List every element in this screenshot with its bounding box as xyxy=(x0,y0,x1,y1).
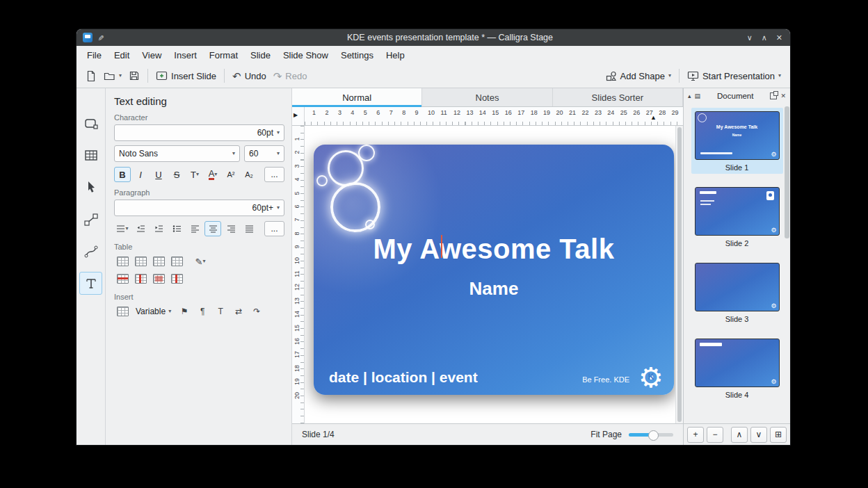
slide-page[interactable]: My Awesome Talk Name date | location | e… xyxy=(314,145,674,395)
tab-normal[interactable]: Normal xyxy=(292,88,422,106)
insert-slide-button[interactable]: Insert Slide xyxy=(152,68,220,84)
save-button[interactable] xyxy=(125,67,143,84)
connector-tool-button[interactable] xyxy=(79,208,102,231)
menu-item-slide[interactable]: Slide xyxy=(244,47,277,63)
align-left-button[interactable] xyxy=(186,221,203,236)
scrollbar-thumb[interactable] xyxy=(677,127,682,422)
add-shape-button[interactable]: Add Shape ▾ xyxy=(602,68,675,84)
slide-title-text[interactable]: My Awesome Talk xyxy=(314,234,674,265)
menu-item-view[interactable]: View xyxy=(136,47,168,63)
subscript-button[interactable]: A₂ xyxy=(241,167,257,182)
align-center-button[interactable] xyxy=(204,221,221,236)
float-docker-icon[interactable] xyxy=(770,92,777,99)
slide-thumbnail-4[interactable]: ⚙Slide 4 xyxy=(691,335,783,401)
align-right-button[interactable] xyxy=(223,221,239,236)
text-color-button[interactable]: A▾ xyxy=(204,167,221,182)
strikethrough-button[interactable]: S xyxy=(168,167,185,182)
zoom-slider-handle[interactable] xyxy=(648,430,659,441)
decrease-indent-button[interactable] xyxy=(132,221,149,236)
titlebar[interactable]: ✎ KDE events presentation template * — C… xyxy=(77,29,790,46)
character-style-combo[interactable]: 60pt ▾ xyxy=(114,124,284,141)
selection-tool-button[interactable] xyxy=(79,176,102,199)
menu-item-slide-show[interactable]: Slide Show xyxy=(277,47,335,63)
superscript-button[interactable]: A² xyxy=(223,167,239,182)
horizontal-ruler[interactable]: ▲ 12345678910111213141516171819202122232… xyxy=(305,107,683,125)
insert-text-button[interactable]: T xyxy=(212,304,229,319)
menu-item-edit[interactable]: Edit xyxy=(108,47,136,63)
vertical-ruler[interactable]: 1234567891011121314151617181920 xyxy=(292,126,305,423)
kde-logo-mini-icon: ⚙ xyxy=(771,226,776,235)
slide-footer-text[interactable]: date | location | event xyxy=(329,369,478,386)
table-tool-button[interactable] xyxy=(79,144,102,167)
paragraph-style-combo[interactable]: 60pt+ ▾ xyxy=(114,200,284,216)
zoom-mode-label[interactable]: Fit Page xyxy=(590,430,622,439)
view-mode-button[interactable]: ⊞ xyxy=(770,427,787,443)
slide-thumbnail-3[interactable]: ⚙Slide 3 xyxy=(691,259,783,325)
font-size-combo[interactable]: 60 ▾ xyxy=(244,145,284,162)
move-slide-down-button[interactable]: ∨ xyxy=(750,427,767,443)
insert-column-button[interactable] xyxy=(168,254,185,269)
character-style-value: 60pt xyxy=(257,128,273,138)
line-spacing-button[interactable]: ▾ xyxy=(114,221,131,236)
shape-tool-button[interactable] xyxy=(79,112,102,135)
character-more-button[interactable]: ... xyxy=(264,167,284,182)
menu-item-help[interactable]: Help xyxy=(380,47,411,63)
open-document-button[interactable]: ▾ xyxy=(100,68,125,84)
swap-direction-button[interactable]: ⇄ xyxy=(230,304,247,319)
text-style-button[interactable]: T▾ xyxy=(186,167,203,182)
open-recent-dropdown-icon[interactable]: ▾ xyxy=(119,73,122,79)
close-docker-icon[interactable]: ✕ xyxy=(780,93,786,99)
italic-button[interactable]: I xyxy=(132,167,149,182)
slide-thumbnail-1[interactable]: My Awesome TalkName⚙Slide 1 xyxy=(691,108,783,174)
remove-slide-button[interactable]: − xyxy=(707,427,723,443)
delete-row-button[interactable] xyxy=(114,271,131,286)
menu-item-settings[interactable]: Settings xyxy=(335,47,380,63)
canvas-vertical-scrollbar[interactable] xyxy=(675,126,683,423)
path-tool-button[interactable] xyxy=(79,240,102,263)
list-format-button[interactable] xyxy=(168,221,185,236)
redo-button[interactable]: ↷ Redo xyxy=(270,68,311,84)
minimize-button[interactable]: ∨ xyxy=(747,33,753,42)
zoom-slider[interactable] xyxy=(629,433,673,437)
paragraph-more-button[interactable]: ... xyxy=(264,221,284,236)
collapse-icon[interactable]: ▴ xyxy=(688,93,691,99)
menu-item-format[interactable]: Format xyxy=(203,47,244,63)
align-justify-button[interactable] xyxy=(241,221,257,236)
split-cells-button[interactable] xyxy=(168,271,185,286)
delete-column-button[interactable] xyxy=(132,271,149,286)
maximize-button[interactable]: ∧ xyxy=(762,33,767,42)
insert-variable-combo[interactable]: Variable ▾ xyxy=(132,304,175,319)
slide-thumbnail-2[interactable]: ⚙Slide 2 xyxy=(691,184,783,250)
text-tool-button[interactable] xyxy=(79,272,102,295)
font-size-value: 60 xyxy=(249,149,258,158)
kde-logo-mini-icon: ⚙ xyxy=(771,302,776,311)
increase-indent-button[interactable] xyxy=(150,221,167,236)
slide-canvas[interactable]: My Awesome Talk Name date | location | e… xyxy=(305,126,675,423)
bold-button[interactable]: B xyxy=(114,167,131,182)
insert-table-button[interactable] xyxy=(114,254,131,269)
start-presentation-button[interactable]: Start Presentation ▾ xyxy=(684,68,785,84)
undo-button[interactable]: ↶ Undo xyxy=(229,68,270,84)
move-slide-up-button[interactable]: ∧ xyxy=(731,427,748,443)
insert-link-button[interactable]: ↷ xyxy=(248,304,265,319)
insert-row-above-button[interactable] xyxy=(132,254,149,269)
font-family-combo[interactable]: Noto Sans ▾ xyxy=(114,145,240,162)
insert-frame-button[interactable] xyxy=(114,304,131,319)
add-slide-button[interactable]: + xyxy=(687,427,704,443)
underline-button[interactable]: U xyxy=(150,167,167,182)
slide-subtitle-text[interactable]: Name xyxy=(314,278,674,300)
tab-slides-sorter[interactable]: Slides Sorter xyxy=(553,88,683,106)
insert-page-break-button[interactable]: ¶ xyxy=(194,304,211,319)
insert-row-below-button[interactable] xyxy=(150,254,167,269)
bubble-decoration xyxy=(358,145,375,161)
menu-item-insert[interactable]: Insert xyxy=(168,47,203,63)
close-button[interactable]: ✕ xyxy=(776,33,782,42)
menu-item-file[interactable]: File xyxy=(81,47,108,63)
tab-notes[interactable]: Notes xyxy=(422,88,552,106)
merge-cells-button[interactable] xyxy=(150,271,167,286)
paragraph-style-value: 60pt+ xyxy=(252,203,273,213)
docker-scrollbar[interactable] xyxy=(785,106,789,238)
new-document-button[interactable] xyxy=(82,67,100,85)
table-border-pen-button[interactable]: ✎▾ xyxy=(192,254,209,269)
insert-bookmark-button[interactable]: ⚑ xyxy=(176,304,193,319)
